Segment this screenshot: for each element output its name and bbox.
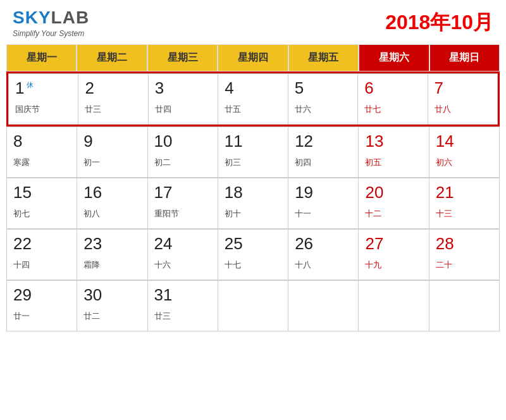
day-number: 10 [154, 132, 211, 151]
day-label: 十八 [295, 259, 352, 271]
day-cell: 27十九 [359, 230, 429, 280]
day-number: 14 [436, 132, 493, 151]
day-label: 霜降 [83, 259, 140, 271]
day-label: 廿三 [85, 104, 141, 115]
day-cell [288, 281, 359, 331]
weekday-cell: 星期一 [6, 44, 77, 71]
day-number: 23 [83, 235, 140, 253]
day-cell: 22十四 [7, 230, 77, 280]
logo-sky: SKY [13, 8, 51, 27]
day-label: 初一 [83, 157, 140, 168]
day-cell: 16初八 [77, 178, 147, 229]
day-label: 十六 [154, 259, 211, 271]
day-number: 15 [13, 183, 70, 202]
day-cell: 31廿三 [148, 281, 218, 331]
week-row: 15初七16初八17重阳节18初十19十一20十二21十三 [6, 178, 500, 229]
day-cell: 17重阳节 [148, 178, 218, 229]
day-label: 十一 [295, 208, 352, 219]
day-label: 十四 [13, 259, 70, 271]
weekday-cell: 星期日 [429, 44, 500, 71]
day-cell: 12初四 [288, 127, 359, 178]
day-cell: 25十七 [218, 230, 288, 280]
week-row: 22十四23霜降24十六25十七26十八27十九28二十 [6, 229, 500, 280]
day-cell: 18初十 [218, 178, 288, 229]
day-cell: 11初三 [218, 127, 288, 178]
day-label: 廿五 [225, 104, 281, 115]
day-number: 25 [225, 235, 281, 253]
weekday-cell: 星期六 [359, 44, 429, 71]
day-label: 重阳节 [154, 208, 211, 219]
weekday-header: 星期一星期二星期三星期四星期五星期六星期日 [6, 44, 500, 71]
day-number: 3 [155, 79, 211, 97]
calendar-container: 1休国庆节2廿三3廿四4廿五5廿六6廿七7廿八8寒露9初一10初二11初三12初… [6, 71, 500, 331]
day-cell: 20十二 [359, 178, 429, 229]
logo-lab: LAB [51, 8, 90, 27]
weekday-cell: 星期二 [77, 44, 147, 71]
day-label: 初四 [295, 157, 352, 168]
weekday-cell: 星期三 [147, 44, 218, 71]
day-label: 初二 [154, 157, 211, 168]
day-label: 初五 [365, 157, 422, 168]
day-cell: 29廿一 [7, 281, 77, 331]
day-number: 29 [13, 286, 70, 304]
day-number: 26 [295, 235, 352, 253]
logo: SKYLAB Simplify Your System [13, 8, 89, 38]
day-cell: 30廿二 [77, 281, 147, 331]
day-cell: 1休国庆节 [9, 74, 78, 125]
day-label: 初十 [225, 208, 281, 219]
day-number: 18 [225, 183, 281, 202]
logo-text: SKYLAB [13, 8, 89, 28]
day-label: 十九 [365, 259, 422, 271]
day-number: 17 [154, 183, 211, 202]
day-number: 21 [436, 183, 493, 202]
day-number: 2 [85, 79, 141, 97]
header: SKYLAB Simplify Your System 2018年10月 [0, 0, 506, 44]
weekday-cell: 星期四 [218, 44, 288, 71]
day-cell: 23霜降 [77, 230, 147, 280]
logo-tagline: Simplify Your System [13, 29, 89, 38]
day-cell: 21十三 [429, 178, 500, 229]
day-label: 初七 [13, 208, 70, 219]
day-number: 9 [83, 132, 140, 151]
day-number: 28 [436, 235, 493, 253]
day-label: 廿八 [435, 104, 491, 115]
holiday-tag: 休 [27, 81, 34, 89]
day-cell: 13初五 [359, 127, 429, 178]
weekday-cell: 星期五 [288, 44, 359, 71]
day-number: 1休 [15, 79, 71, 97]
day-label: 二十 [436, 259, 493, 271]
day-label: 廿七 [364, 104, 421, 115]
day-number: 20 [365, 183, 422, 202]
day-number: 22 [13, 235, 70, 253]
day-cell: 6廿七 [358, 74, 428, 125]
day-number: 11 [225, 132, 281, 151]
day-label: 初八 [83, 208, 140, 219]
day-cell [429, 281, 500, 331]
day-cell: 2廿三 [78, 74, 148, 125]
day-label: 初六 [436, 157, 493, 168]
day-number: 5 [295, 79, 351, 97]
day-number: 30 [83, 286, 140, 304]
day-cell: 7廿八 [428, 74, 498, 125]
day-number: 4 [225, 79, 281, 97]
month-title: 2018年10月 [385, 9, 493, 37]
day-label: 廿二 [83, 311, 140, 322]
day-number: 27 [365, 235, 422, 253]
day-cell: 15初七 [7, 178, 77, 229]
day-label: 廿一 [13, 311, 70, 322]
day-cell: 4廿五 [218, 74, 288, 125]
week-row: 8寒露9初一10初二11初三12初四13初五14初六 [6, 127, 500, 178]
day-label: 廿六 [295, 104, 351, 115]
day-number: 19 [295, 183, 352, 202]
day-cell: 9初一 [77, 127, 147, 178]
day-number: 16 [83, 183, 140, 202]
day-cell: 3廿四 [149, 74, 218, 125]
week-row: 29廿一30廿二31廿三 [6, 280, 500, 331]
day-cell: 10初二 [148, 127, 218, 178]
day-label: 国庆节 [15, 104, 71, 115]
day-cell: 8寒露 [7, 127, 77, 178]
day-label: 十三 [436, 208, 493, 219]
day-number: 8 [13, 132, 70, 151]
day-cell: 19十一 [288, 178, 359, 229]
day-label: 初三 [225, 157, 281, 168]
